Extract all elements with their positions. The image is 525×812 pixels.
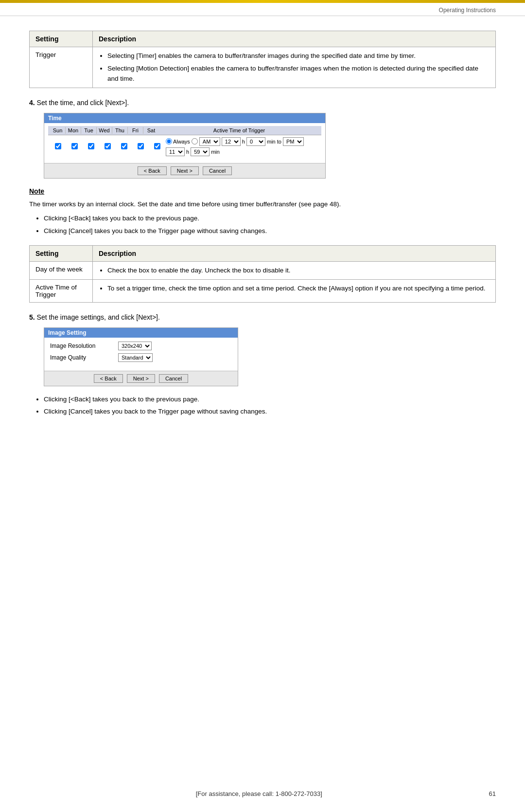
step5-text: 5. Set the image settings, and click [Ne…	[29, 312, 496, 323]
min-to-label: min to	[267, 139, 281, 144]
am-pm-to-select[interactable]: AMPM	[283, 137, 304, 146]
col2-description-header: Description	[93, 245, 496, 261]
day-mon: Mon	[66, 127, 81, 134]
table-row-day: Day of the week Check the box to enable …	[30, 261, 496, 279]
day-thu: Thu	[112, 127, 128, 134]
time-widget: Time Sun Mon Tue Wed Thu Fri Sat Active …	[44, 113, 326, 179]
col-setting-header: Setting	[30, 31, 93, 47]
image-back-button[interactable]: < Back	[94, 374, 123, 383]
note2-bullet-1: Clicking [<Back] takes you back to the p…	[44, 394, 496, 405]
image-widget-inner: Image Resolution 320x240 640x480 160x120…	[44, 338, 238, 369]
page-header: Operating Instructions	[0, 3, 525, 16]
checkbox-fri[interactable]	[138, 143, 144, 149]
note-bullet-2: Clicking [Cancel] takes you back to the …	[44, 226, 496, 236]
time-options-row: Always AMPM 121234567891011 h 0153045	[166, 137, 319, 156]
to-min-select[interactable]: 0153059	[191, 147, 210, 156]
h-label-to: h	[186, 149, 189, 155]
col-description-header: Description	[93, 31, 496, 47]
day-sat: Sat	[143, 127, 159, 134]
time-range-radio[interactable]	[192, 138, 198, 144]
day-columns: Sun Mon Tue Wed Thu Fri Sat	[50, 127, 159, 134]
note-title: Note	[29, 187, 496, 195]
resolution-row: Image Resolution 320x240 640x480 160x120	[50, 342, 232, 350]
image-widget-buttons: < Back Next > Cancel	[44, 371, 238, 386]
resolution-select[interactable]: 320x240 640x480 160x120	[118, 342, 152, 350]
quality-label: Image Quality	[50, 354, 118, 361]
table-row-active-time: Active Time of Trigger To set a trigger …	[30, 279, 496, 302]
trigger-setting-label: Trigger	[30, 47, 93, 88]
from-hour-select[interactable]: 121234567891011	[222, 137, 241, 146]
cb-fri	[133, 143, 148, 150]
image-next-button[interactable]: Next >	[127, 374, 155, 383]
trigger-description: Selecting [Timer] enables the camera to …	[93, 47, 496, 88]
day-fri: Fri	[128, 127, 143, 134]
always-radio-label[interactable]: Always	[166, 138, 190, 144]
checkbox-mon[interactable]	[71, 143, 78, 149]
footer-center: [For assistance, please call: 1-800-272-…	[29, 790, 489, 797]
always-radio[interactable]	[166, 138, 172, 144]
bullet-item: Selecting [Motion Detection] enables the…	[107, 64, 490, 84]
table-setting-detail: Setting Description Day of the week Chec…	[29, 245, 496, 303]
always-label: Always	[173, 139, 190, 144]
step4-text: 4. Set the time, and click [Next>].	[29, 98, 496, 108]
cb-sun	[50, 143, 66, 150]
time-range-radio-label[interactable]	[192, 138, 198, 144]
note-bullet-1: Clicking [<Back] takes you back to the p…	[44, 213, 496, 224]
image-widget-title: Image Setting	[44, 328, 238, 338]
resolution-label: Image Resolution	[50, 343, 118, 349]
time-widget-buttons: < Back Next > Cancel	[44, 163, 325, 178]
time-widget-row: Always AMPM 121234567891011 h 0153045	[48, 135, 321, 158]
day-wed: Wed	[97, 127, 112, 134]
checkbox-tue[interactable]	[88, 143, 94, 149]
checkbox-wed[interactable]	[105, 143, 111, 149]
image-setting-widget: Image Setting Image Resolution 320x240 6…	[44, 327, 238, 386]
checkbox-thu[interactable]	[121, 143, 127, 149]
day-of-week-label: Day of the week	[30, 261, 93, 279]
bullet-active-time: To set a trigger time, check the time op…	[107, 284, 490, 293]
bullet-day: Check the box to enable the day. Uncheck…	[107, 266, 490, 275]
to-hour-select[interactable]: 121234567891011	[166, 147, 185, 156]
active-time-header: Active Time of Trigger	[159, 127, 319, 134]
from-min-select[interactable]: 0153045	[246, 137, 265, 146]
table-row: Trigger Selecting [Timer] enables the ca…	[30, 47, 496, 88]
day-of-week-desc: Check the box to enable the day. Uncheck…	[93, 261, 496, 279]
active-time-desc: To set a trigger time, check the time op…	[93, 279, 496, 302]
image-cancel-button[interactable]: Cancel	[159, 374, 188, 383]
am-pm-from-select[interactable]: AMPM	[199, 137, 220, 146]
quality-select[interactable]: Standard High Low	[118, 353, 153, 362]
time-next-button[interactable]: Next >	[171, 166, 199, 175]
note-paragraph: The timer works by an internal clock. Se…	[29, 199, 496, 210]
note-list: Clicking [<Back] takes you back to the p…	[29, 213, 496, 236]
table-setting-trigger: Setting Description Trigger Selecting [T…	[29, 31, 496, 88]
note-section: Note The timer works by an internal cloc…	[29, 187, 496, 236]
day-sun: Sun	[50, 127, 66, 134]
cb-tue	[83, 143, 99, 150]
cb-wed	[100, 143, 115, 150]
time-widget-subheader: Sun Mon Tue Wed Thu Fri Sat Active Time …	[48, 126, 321, 135]
quality-row: Image Quality Standard High Low	[50, 353, 232, 362]
min-label-end: min	[211, 149, 220, 155]
time-widget-title: Time	[44, 113, 325, 123]
h-label-from: h	[242, 139, 245, 144]
cb-thu	[116, 143, 132, 150]
note2-list: Clicking [<Back] takes you back to the p…	[29, 394, 496, 417]
header-label: Operating Instructions	[439, 7, 496, 14]
day-tue: Tue	[81, 127, 97, 134]
checkbox-sun[interactable]	[55, 143, 61, 149]
checkbox-sat[interactable]	[154, 143, 160, 149]
note2-bullet-2: Clicking [Cancel] takes you back to the …	[44, 406, 496, 417]
time-back-button[interactable]: < Back	[138, 166, 167, 175]
cb-sat	[149, 143, 165, 150]
cb-mon	[67, 143, 82, 150]
page-number: 61	[489, 790, 496, 797]
time-cancel-button[interactable]: Cancel	[203, 166, 232, 175]
col2-setting-header: Setting	[30, 245, 93, 261]
active-time-label: Active Time of Trigger	[30, 279, 93, 302]
bullet-item: Selecting [Timer] enables the camera to …	[107, 51, 490, 61]
page-footer: [For assistance, please call: 1-800-272-…	[0, 790, 525, 797]
